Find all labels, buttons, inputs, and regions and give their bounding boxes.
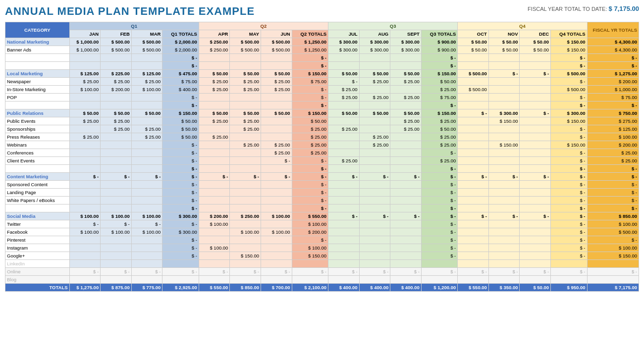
category-header: CATEGORY [5,22,70,38]
national-marketing-row: National Marketing $ 1,000.00 $ 500.00 $… [5,38,639,46]
totals-row: TOTALS $ 1,275.00 $ 875.00 $ 775.00 $ 2,… [5,284,639,292]
jan-header: JAN [69,30,101,38]
totals-jul: $ 400.00 [328,284,360,292]
sponsorships-row: Sponsorships $ 25.00 $ 25.00 $ 50.00 $ 2… [5,125,639,133]
totals-dec: $ 50.00 [520,284,551,292]
month-header-row: JAN FEB MAR Q1 TOTALS APR MAY JUN Q2 TOT… [5,30,639,38]
jul-header: JUL [328,30,360,38]
social-media-label: Social Media [5,212,70,220]
empty-row-5: $ - $ - $ - $ - $ - [5,204,639,212]
nm-q3: $ 900.00 [421,38,457,46]
public-events-row: Public Events $ 25.00 $ 25.00 $ 50.00 $ … [5,117,639,125]
nm-mar: $ 500.00 [131,38,162,46]
may-header: MAY [230,30,261,38]
q4-totals-header: Q4 TOTALS [551,30,587,38]
oct-header: OCT [458,30,489,38]
nov-header: NOV [488,30,520,38]
instagram-row: Instagram $ - $ 100.00 $ 100.00 $ - $ - … [5,244,639,252]
blog-row: Blog [5,276,639,284]
googleplus-row: Google+ $ - $ 150.00 $ 150.00 $ - $ - $ … [5,252,639,260]
q3-totals-header: Q3 TOTALS [421,30,457,38]
national-marketing-label: National Marketing [5,38,70,46]
fiscal-total-label: FISCAL YEAR TOTAL TO DATE: [528,6,607,12]
twitter-row: Twitter $ - $ - $ - $ - $ 100.00 $ 100.0… [5,220,639,228]
totals-q1: $ 2,925.00 [162,284,199,292]
header-row: ANNUAL MEDIA PLAN TEMPLATE EXAMPLE FISCA… [5,5,639,18]
landing-page-row: Landing Page $ - $ - $ - $ - $ - [5,189,639,197]
nm-jun: $ 500.00 [261,38,292,46]
aug-header: AUG [359,30,390,38]
white-papers-row: White Papers / eBooks $ - $ - $ - $ - $ … [5,197,639,204]
fiscal-total-value: $ 7,175.00 [609,5,639,12]
empty-row-4: $ - $ - $ - $ - $ - [5,165,639,173]
q4-header: Q4 [458,22,587,30]
totals-q4: $ 950.00 [551,284,587,292]
local-marketing-label: Local Marketing [5,70,70,78]
pop-row: POP $ - $ - $ 25.00 $ 25.00 $ 25.00 $ 75… [5,94,639,102]
totals-sept: $ 400.00 [390,284,422,292]
local-marketing-row: Local Marketing $ 125.00 $ 225.00 $ 125.… [5,70,639,78]
fiscal-total-summary: FISCAL YEAR TOTAL TO DATE: $ 7,175.00 [528,5,639,12]
nm-aug: $ 300.00 [359,38,390,46]
empty-row-1: $ - $ - $ - $ - $ - [5,54,639,62]
q2-totals-header: Q2 TOTALS [292,30,328,38]
page: ANNUAL MEDIA PLAN TEMPLATE EXAMPLE FISCA… [0,0,644,357]
newspaper-row: Newspaper $ 25.00 $ 25.00 $ 25.00 $ 75.0… [5,78,639,86]
nm-may: $ 500.00 [230,38,261,46]
totals-feb: $ 875.00 [101,284,132,292]
mar-header: MAR [131,30,162,38]
sept-header: SEPT [390,30,422,38]
totals-label: TOTALS [5,284,70,292]
feb-header: FEB [101,30,132,38]
totals-nov: $ 350.00 [488,284,520,292]
media-plan-table: CATEGORY Q1 Q2 Q3 Q4 FISCAL YR TOTALS JA… [5,22,639,292]
nm-sept: $ 300.00 [390,38,422,46]
q1-totals-header: Q1 TOTALS [162,30,199,38]
totals-apr: $ 550.00 [199,284,230,292]
page-title: ANNUAL MEDIA PLAN TEMPLATE EXAMPLE [5,5,255,18]
banner-ads-label: Banner Ads [5,46,70,54]
webinars-row: Webinars $ - $ 25.00 $ 25.00 $ 25.00 $ 2… [5,141,639,149]
nm-dec: $ 50.00 [520,38,551,46]
press-releases-row: Press Releases $ 25.00 $ 25.00 $ 50.00 $… [5,133,639,141]
online-row: Online $ - $ - $ - $ - $ - $ - $ - $ - $… [5,268,639,276]
apr-header: APR [199,30,230,38]
nm-nov: $ 50.00 [488,38,520,46]
public-relations-row: Public Relations $ 50.00 $ 50.00 $ 50.00… [5,109,639,117]
empty-row-3: $ - $ - $ - $ - $ - [5,102,639,109]
public-relations-label: Public Relations [5,109,70,117]
nm-q1: $ 2,000.00 [162,38,199,46]
social-media-row: Social Media $ 100.00 $ 100.00 $ 100.00 … [5,212,639,220]
totals-fiscal: $ 7,175.00 [587,284,639,292]
nm-fiscal: $ 4,300.00 [587,38,639,46]
nm-jul: $ 300.00 [328,38,360,46]
totals-may: $ 850.00 [230,284,261,292]
totals-oct: $ 550.00 [458,284,489,292]
nm-jan: $ 1,000.00 [69,38,101,46]
totals-mar: $ 775.00 [131,284,162,292]
in-store-marketing-row: In-Store Marketing $ 100.00 $ 200.00 $ 1… [5,86,639,94]
linkedin-row: LinkedIn [5,260,639,268]
q3-header: Q3 [328,22,458,30]
totals-q2: $ 2,100.00 [292,284,328,292]
totals-jan: $ 1,275.00 [69,284,101,292]
nm-feb: $ 500.00 [101,38,132,46]
totals-aug: $ 400.00 [359,284,390,292]
nm-apr: $ 250.00 [199,38,230,46]
q2-header: Q2 [199,22,328,30]
sponsored-content-row: Sponsored Content $ - $ - $ - $ - $ - [5,181,639,189]
fiscal-yr-header: FISCAL YR TOTALS [587,22,639,38]
nm-oct: $ 50.00 [458,38,489,46]
content-marketing-row: Content Marketing $ - $ - $ - $ - $ - $ … [5,173,639,181]
jun-header: JUN [261,30,292,38]
client-events-row: Client Events $ - $ - $ - $ 25.00 $ 25.0… [5,157,639,165]
q1-header: Q1 [69,22,199,30]
nm-q4: $ 150.00 [551,38,587,46]
empty-row-2: $ - $ - $ - $ - $ - [5,62,639,70]
pinterest-row: Pinterest $ - $ - $ - $ - $ - [5,236,639,244]
totals-jun: $ 700.00 [261,284,292,292]
totals-q3: $ 1,200.00 [421,284,457,292]
banner-ads-row: Banner Ads $ 1,000.00 $ 500.00 $ 500.00 … [5,46,639,54]
nm-q2: $ 1,250.00 [292,38,328,46]
content-marketing-label: Content Marketing [5,173,70,181]
